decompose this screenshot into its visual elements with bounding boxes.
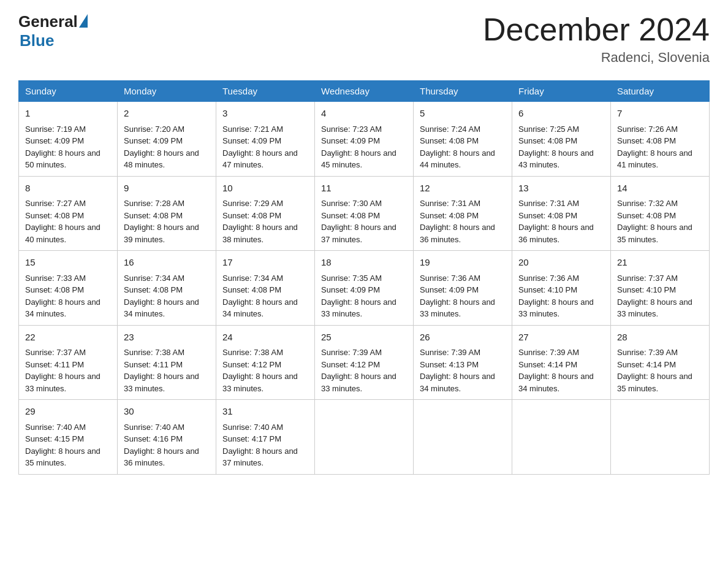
day-number: 31	[222, 405, 308, 419]
sunrise-text: Sunrise: 7:25 AM	[518, 124, 579, 134]
daylight-text: Daylight: 8 hours and 39 minutes.	[124, 223, 199, 244]
sunrise-text: Sunrise: 7:37 AM	[25, 348, 86, 357]
calendar-week-1: 1 Sunrise: 7:19 AM Sunset: 4:09 PM Dayli…	[19, 102, 710, 177]
daylight-text: Daylight: 8 hours and 37 minutes.	[321, 223, 396, 244]
day-number: 24	[222, 331, 308, 345]
daylight-text: Daylight: 8 hours and 35 minutes.	[25, 446, 100, 468]
day-number: 7	[617, 107, 703, 121]
sunrise-text: Sunrise: 7:34 AM	[222, 274, 283, 283]
daylight-text: Daylight: 8 hours and 34 minutes.	[124, 297, 199, 319]
day-number: 10	[222, 182, 308, 196]
sunset-text: Sunset: 4:08 PM	[518, 211, 577, 220]
daylight-text: Daylight: 8 hours and 33 minutes.	[321, 297, 396, 319]
sunset-text: Sunset: 4:13 PM	[420, 360, 479, 369]
day-number: 5	[420, 107, 506, 121]
day-number: 3	[222, 107, 308, 121]
sunset-text: Sunset: 4:08 PM	[222, 211, 281, 220]
sunset-text: Sunset: 4:12 PM	[321, 360, 380, 369]
sunrise-text: Sunrise: 7:36 AM	[420, 274, 480, 283]
calendar-cell: 25 Sunrise: 7:39 AM Sunset: 4:12 PM Dayl…	[315, 325, 414, 400]
sunset-text: Sunset: 4:10 PM	[617, 285, 676, 294]
calendar-cell: 28 Sunrise: 7:39 AM Sunset: 4:14 PM Dayl…	[611, 325, 710, 400]
calendar-week-2: 8 Sunrise: 7:27 AM Sunset: 4:08 PM Dayli…	[19, 176, 710, 251]
sunrise-text: Sunrise: 7:37 AM	[617, 274, 678, 283]
sunset-text: Sunset: 4:08 PM	[617, 136, 676, 145]
sunrise-text: Sunrise: 7:32 AM	[617, 199, 678, 208]
sunrise-text: Sunrise: 7:39 AM	[321, 348, 382, 357]
month-title: December 2024	[483, 12, 710, 47]
sunset-text: Sunset: 4:09 PM	[124, 136, 183, 145]
sunset-text: Sunset: 4:10 PM	[518, 285, 577, 294]
sunset-text: Sunset: 4:08 PM	[518, 136, 577, 145]
sunrise-text: Sunrise: 7:19 AM	[25, 124, 86, 134]
daylight-text: Daylight: 8 hours and 34 minutes.	[222, 297, 298, 319]
header-day-tuesday: Tuesday	[216, 81, 315, 102]
calendar-cell: 7 Sunrise: 7:26 AM Sunset: 4:08 PM Dayli…	[611, 102, 710, 177]
sunset-text: Sunset: 4:12 PM	[222, 360, 281, 369]
header-day-monday: Monday	[118, 81, 216, 102]
calendar-cell: 26 Sunrise: 7:39 AM Sunset: 4:13 PM Dayl…	[414, 325, 512, 400]
sunrise-text: Sunrise: 7:40 AM	[25, 423, 86, 432]
calendar-cell: 9 Sunrise: 7:28 AM Sunset: 4:08 PM Dayli…	[118, 176, 216, 251]
sunrise-text: Sunrise: 7:38 AM	[124, 348, 184, 357]
day-number: 19	[420, 256, 506, 270]
calendar-week-4: 22 Sunrise: 7:37 AM Sunset: 4:11 PM Dayl…	[19, 325, 710, 400]
sunset-text: Sunset: 4:08 PM	[25, 285, 84, 294]
day-number: 16	[124, 256, 210, 270]
daylight-text: Daylight: 8 hours and 33 minutes.	[222, 372, 298, 393]
daylight-text: Daylight: 8 hours and 34 minutes.	[420, 372, 495, 393]
sunset-text: Sunset: 4:08 PM	[124, 285, 183, 294]
calendar-cell: 11 Sunrise: 7:30 AM Sunset: 4:08 PM Dayl…	[315, 176, 414, 251]
calendar-cell: 2 Sunrise: 7:20 AM Sunset: 4:09 PM Dayli…	[118, 102, 216, 177]
sunrise-text: Sunrise: 7:31 AM	[420, 199, 480, 208]
day-number: 25	[321, 331, 407, 345]
daylight-text: Daylight: 8 hours and 35 minutes.	[617, 372, 692, 393]
sunset-text: Sunset: 4:14 PM	[617, 360, 676, 369]
daylight-text: Daylight: 8 hours and 33 minutes.	[617, 297, 692, 319]
sunrise-text: Sunrise: 7:23 AM	[321, 124, 382, 134]
sunset-text: Sunset: 4:08 PM	[420, 136, 479, 145]
calendar-cell: 13 Sunrise: 7:31 AM Sunset: 4:08 PM Dayl…	[512, 176, 611, 251]
day-number: 8	[25, 182, 111, 196]
day-number: 11	[321, 182, 407, 196]
header-day-saturday: Saturday	[611, 81, 710, 102]
daylight-text: Daylight: 8 hours and 33 minutes.	[518, 297, 594, 319]
daylight-text: Daylight: 8 hours and 44 minutes.	[420, 148, 495, 170]
calendar-cell	[315, 400, 414, 475]
sunset-text: Sunset: 4:08 PM	[617, 211, 676, 220]
sunrise-text: Sunrise: 7:39 AM	[518, 348, 579, 357]
logo-general-text: General	[18, 12, 78, 31]
daylight-text: Daylight: 8 hours and 33 minutes.	[124, 372, 199, 393]
daylight-text: Daylight: 8 hours and 38 minutes.	[222, 223, 298, 244]
sunset-text: Sunset: 4:08 PM	[321, 211, 380, 220]
day-number: 27	[518, 331, 604, 345]
sunset-text: Sunset: 4:09 PM	[25, 136, 84, 145]
calendar-cell: 17 Sunrise: 7:34 AM Sunset: 4:08 PM Dayl…	[216, 251, 315, 326]
day-number: 29	[25, 405, 111, 419]
sunrise-text: Sunrise: 7:38 AM	[222, 348, 283, 357]
sunrise-text: Sunrise: 7:31 AM	[518, 199, 579, 208]
logo-triangle-icon	[79, 14, 88, 28]
sunrise-text: Sunrise: 7:35 AM	[321, 274, 382, 283]
calendar-cell: 31 Sunrise: 7:40 AM Sunset: 4:17 PM Dayl…	[216, 400, 315, 475]
sunset-text: Sunset: 4:15 PM	[25, 434, 84, 443]
day-number: 26	[420, 331, 506, 345]
calendar-cell: 4 Sunrise: 7:23 AM Sunset: 4:09 PM Dayli…	[315, 102, 414, 177]
calendar-cell: 27 Sunrise: 7:39 AM Sunset: 4:14 PM Dayl…	[512, 325, 611, 400]
calendar-cell: 29 Sunrise: 7:40 AM Sunset: 4:15 PM Dayl…	[19, 400, 118, 475]
calendar-cell	[414, 400, 512, 475]
sunset-text: Sunset: 4:09 PM	[321, 285, 380, 294]
sunset-text: Sunset: 4:17 PM	[222, 434, 281, 443]
day-number: 15	[25, 256, 111, 270]
calendar-cell: 19 Sunrise: 7:36 AM Sunset: 4:09 PM Dayl…	[414, 251, 512, 326]
day-number: 18	[321, 256, 407, 270]
calendar-cell: 3 Sunrise: 7:21 AM Sunset: 4:09 PM Dayli…	[216, 102, 315, 177]
sunset-text: Sunset: 4:08 PM	[222, 285, 281, 294]
header-row: SundayMondayTuesdayWednesdayThursdayFrid…	[19, 81, 710, 102]
daylight-text: Daylight: 8 hours and 45 minutes.	[321, 148, 396, 170]
day-number: 9	[124, 182, 210, 196]
header-day-friday: Friday	[512, 81, 611, 102]
sunrise-text: Sunrise: 7:24 AM	[420, 124, 480, 134]
day-number: 23	[124, 331, 210, 345]
sunset-text: Sunset: 4:09 PM	[420, 285, 479, 294]
